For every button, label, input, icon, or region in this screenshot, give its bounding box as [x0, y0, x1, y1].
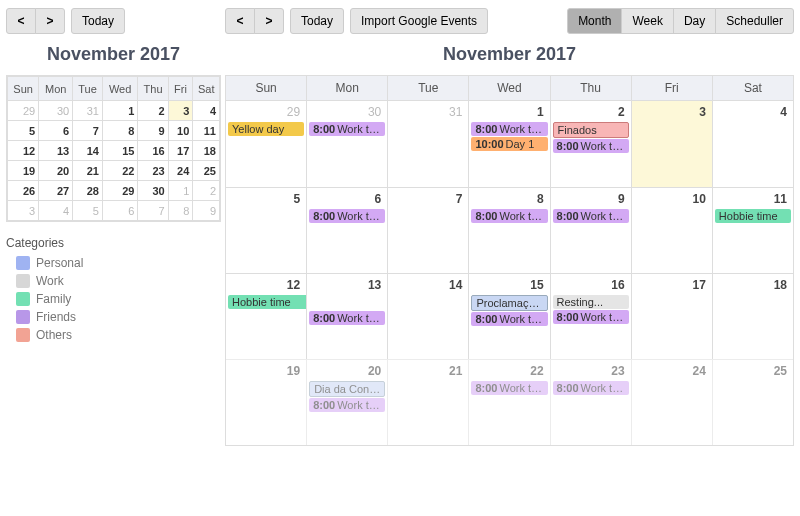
calendar-day[interactable]: 29Yellow day: [226, 101, 306, 187]
event[interactable]: 8:00Work time: [309, 209, 385, 223]
mini-day[interactable]: 9: [138, 121, 168, 141]
calendar-day[interactable]: 308:00Work time: [306, 101, 387, 187]
calendar-day[interactable]: 98:00Work time: [550, 187, 631, 273]
event[interactable]: Yellow day: [228, 122, 304, 136]
mini-day[interactable]: 2: [138, 101, 168, 121]
calendar-day[interactable]: 15Proclamação da8:00Work time: [468, 273, 549, 359]
calendar-day[interactable]: 18:00Work time10:00Day 1: [468, 101, 549, 187]
mini-day[interactable]: 17: [168, 141, 193, 161]
event[interactable]: 8:00Work time: [471, 381, 547, 395]
category-item[interactable]: Work: [16, 274, 221, 288]
mini-day[interactable]: 12: [8, 141, 39, 161]
mini-day[interactable]: 26: [8, 181, 39, 201]
mini-day[interactable]: 14: [73, 141, 103, 161]
mini-day[interactable]: 21: [73, 161, 103, 181]
mini-day[interactable]: 23: [138, 161, 168, 181]
calendar-day[interactable]: 4: [712, 101, 793, 187]
mini-day[interactable]: 3: [8, 201, 39, 221]
import-button[interactable]: Import Google Events: [350, 8, 488, 34]
mini-day[interactable]: 29: [102, 181, 138, 201]
mini-day[interactable]: 7: [73, 121, 103, 141]
mini-day[interactable]: 25: [193, 161, 220, 181]
mini-day[interactable]: 28: [73, 181, 103, 201]
category-item[interactable]: Family: [16, 292, 221, 306]
mini-day[interactable]: 29: [8, 101, 39, 121]
event[interactable]: 10:00Day 1: [471, 137, 547, 151]
event[interactable]: 8:00Work time: [553, 381, 629, 395]
calendar-day[interactable]: 31: [387, 101, 468, 187]
view-week[interactable]: Week: [621, 8, 673, 34]
mini-day[interactable]: 16: [138, 141, 168, 161]
event[interactable]: Resting...: [553, 295, 629, 309]
calendar-day[interactable]: 20Dia da Consciên8:00Work time: [306, 359, 387, 445]
event[interactable]: Finados: [553, 122, 629, 138]
event[interactable]: 8:00Work time: [471, 312, 547, 326]
big-next-button[interactable]: >: [254, 8, 284, 34]
mini-day[interactable]: 24: [168, 161, 193, 181]
mini-day[interactable]: 31: [73, 101, 103, 121]
big-prev-button[interactable]: <: [225, 8, 255, 34]
calendar-day[interactable]: 12Hobbie time: [226, 273, 306, 359]
view-month[interactable]: Month: [567, 8, 622, 34]
calendar-day[interactable]: 16Resting...8:00Work time: [550, 273, 631, 359]
calendar-day[interactable]: 19: [226, 359, 306, 445]
mini-day[interactable]: 4: [39, 201, 73, 221]
big-calendar[interactable]: SunMonTueWedThuFriSat 29Yellow day308:00…: [225, 75, 794, 446]
mini-day[interactable]: 11: [193, 121, 220, 141]
mini-day[interactable]: 5: [8, 121, 39, 141]
calendar-day[interactable]: 10: [631, 187, 712, 273]
mini-day[interactable]: 1: [168, 181, 193, 201]
event[interactable]: 8:00Work time: [553, 139, 629, 153]
event[interactable]: 8:00Work time: [471, 122, 547, 136]
mini-day[interactable]: 7: [138, 201, 168, 221]
mini-day[interactable]: 2: [193, 181, 220, 201]
mini-day[interactable]: 30: [138, 181, 168, 201]
calendar-day[interactable]: 18: [712, 273, 793, 359]
event[interactable]: 8:00Work time: [309, 311, 385, 325]
mini-day[interactable]: 6: [102, 201, 138, 221]
mini-today-button[interactable]: Today: [71, 8, 125, 34]
mini-day[interactable]: 4: [193, 101, 220, 121]
calendar-day[interactable]: 21: [387, 359, 468, 445]
mini-day[interactable]: 22: [102, 161, 138, 181]
mini-day[interactable]: 19: [8, 161, 39, 181]
calendar-day[interactable]: 138:00Work time: [306, 273, 387, 359]
calendar-day[interactable]: 228:00Work time: [468, 359, 549, 445]
calendar-day[interactable]: 25: [712, 359, 793, 445]
event[interactable]: 8:00Work time: [309, 398, 385, 412]
mini-day[interactable]: 8: [168, 201, 193, 221]
calendar-day[interactable]: 17: [631, 273, 712, 359]
big-today-button[interactable]: Today: [290, 8, 344, 34]
mini-next-button[interactable]: >: [35, 8, 65, 34]
mini-day[interactable]: 30: [39, 101, 73, 121]
mini-day[interactable]: 18: [193, 141, 220, 161]
mini-day[interactable]: 8: [102, 121, 138, 141]
calendar-day[interactable]: 14: [387, 273, 468, 359]
view-day[interactable]: Day: [673, 8, 716, 34]
mini-day[interactable]: 5: [73, 201, 103, 221]
event[interactable]: 8:00Work time: [553, 209, 629, 223]
category-item[interactable]: Friends: [16, 310, 221, 324]
calendar-day[interactable]: 238:00Work time: [550, 359, 631, 445]
event[interactable]: 8:00Work time: [553, 310, 629, 324]
view-scheduler[interactable]: Scheduller: [715, 8, 794, 34]
mini-day[interactable]: 3: [168, 101, 193, 121]
mini-prev-button[interactable]: <: [6, 8, 36, 34]
mini-day[interactable]: 6: [39, 121, 73, 141]
calendar-day[interactable]: 7: [387, 187, 468, 273]
calendar-day[interactable]: 5: [226, 187, 306, 273]
category-item[interactable]: Personal: [16, 256, 221, 270]
mini-day[interactable]: 10: [168, 121, 193, 141]
mini-day[interactable]: 1: [102, 101, 138, 121]
mini-day[interactable]: 9: [193, 201, 220, 221]
calendar-day[interactable]: 88:00Work time: [468, 187, 549, 273]
mini-day[interactable]: 20: [39, 161, 73, 181]
mini-day[interactable]: 13: [39, 141, 73, 161]
calendar-day[interactable]: 3: [631, 101, 712, 187]
calendar-day[interactable]: 24: [631, 359, 712, 445]
event[interactable]: 8:00Work time: [471, 209, 547, 223]
event[interactable]: Dia da Consciên: [309, 381, 385, 397]
calendar-day[interactable]: 11Hobbie time: [712, 187, 793, 273]
calendar-day[interactable]: 68:00Work time: [306, 187, 387, 273]
event[interactable]: Hobbie time: [715, 209, 791, 223]
